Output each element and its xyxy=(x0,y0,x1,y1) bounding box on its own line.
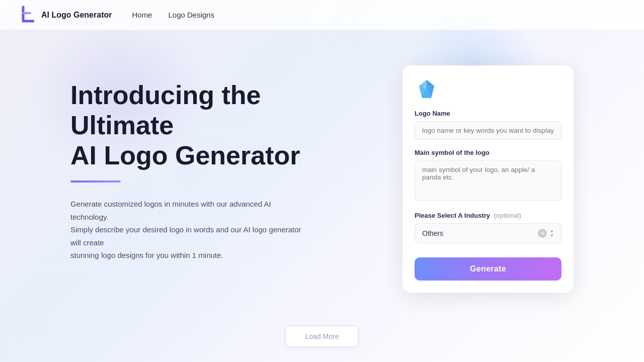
select-controls: ✕ ▲ ▼ xyxy=(538,229,554,238)
svg-marker-2 xyxy=(419,80,427,86)
logo-icon xyxy=(20,7,36,23)
chevron-up-icon: ▲ xyxy=(550,229,554,233)
nav-links: Home Logo Designs xyxy=(132,11,214,19)
hero-title-line3: AI Logo Generator xyxy=(70,141,300,170)
industry-optional: (optional) xyxy=(494,212,521,219)
svg-marker-1 xyxy=(427,80,434,86)
industry-select-wrapper: Others ✕ ▲ ▼ xyxy=(415,223,561,243)
brand-name: AI Logo Generator xyxy=(41,11,112,20)
select-clear-button[interactable]: ✕ xyxy=(538,229,547,238)
main-content: Introducing the Ultimate AI Logo Generat… xyxy=(0,30,644,362)
generator-card: Logo Name Main symbol of the logo Please… xyxy=(403,65,574,293)
hero-title-line1: Introducing the xyxy=(70,80,261,110)
nav-link-home[interactable]: Home xyxy=(132,11,152,19)
logo-name-label: Logo Name xyxy=(415,110,561,117)
card-icon xyxy=(415,77,439,102)
hero-title-line2: Ultimate xyxy=(70,111,174,140)
logo-name-input[interactable] xyxy=(415,121,561,140)
brand-logo: AI Logo Generator xyxy=(20,7,112,23)
nav-link-logo-designs[interactable]: Logo Designs xyxy=(168,11,214,19)
load-more-button[interactable]: Load More xyxy=(286,326,359,347)
load-more-section: Load More xyxy=(286,326,359,347)
hero-underline xyxy=(70,180,121,183)
hero-description: Generate customized logos in minutes wit… xyxy=(70,198,302,262)
industry-selected-value: Others xyxy=(422,229,443,237)
select-arrows: ▲ ▼ xyxy=(550,229,554,238)
navbar: AI Logo Generator Home Logo Designs xyxy=(0,0,644,30)
hero-section: Introducing the Ultimate AI Logo Generat… xyxy=(70,60,403,262)
hero-title: Introducing the Ultimate AI Logo Generat… xyxy=(70,80,403,170)
industry-label: Please Select A Industry (optional) xyxy=(415,212,561,219)
generate-button[interactable]: Generate xyxy=(415,257,561,281)
chevron-down-icon: ▼ xyxy=(550,234,554,238)
symbol-input[interactable] xyxy=(415,160,561,201)
industry-select[interactable]: Others ✕ ▲ ▼ xyxy=(415,223,561,243)
symbol-label: Main symbol of the logo xyxy=(415,149,561,156)
